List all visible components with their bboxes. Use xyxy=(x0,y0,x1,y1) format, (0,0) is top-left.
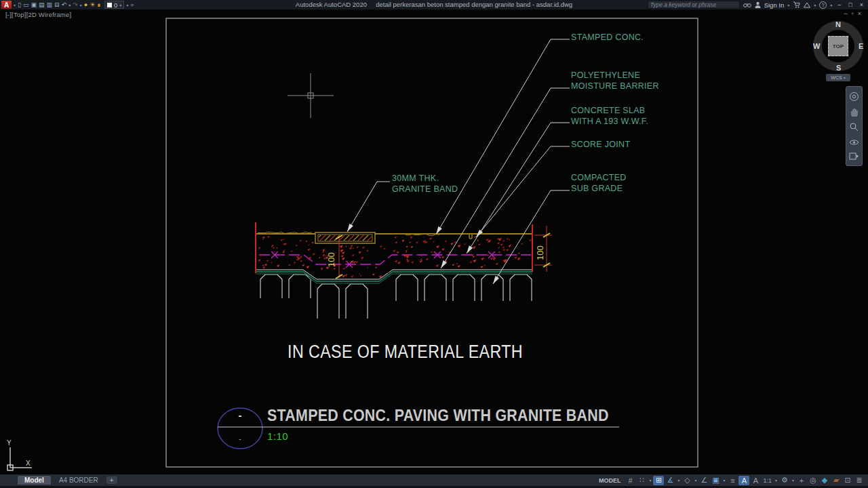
isodraft-caret-icon[interactable]: ▾ xyxy=(693,478,698,483)
dynamic-input-icon[interactable]: ⊞ xyxy=(653,476,664,485)
snap-caret-icon[interactable]: ▾ xyxy=(648,478,652,483)
redo-icon[interactable]: ↷ xyxy=(73,1,78,9)
undo-caret-icon[interactable]: ▾ xyxy=(68,3,71,7)
lineweight-icon[interactable]: ≡ xyxy=(727,476,738,485)
dimension-100-right: 100 xyxy=(535,245,545,260)
save-icon[interactable]: ▣ xyxy=(31,1,37,9)
autoscale-icon[interactable]: A xyxy=(750,476,761,485)
plot-icon[interactable]: ⊟ xyxy=(54,1,60,9)
ucs-y-label: Y xyxy=(7,439,12,447)
viewcube-west[interactable]: W xyxy=(813,42,820,50)
drawing-canvas[interactable]: [-][Top][2D Wireframe] – ▫ × 100 100 Y X xyxy=(0,9,868,474)
tab-model[interactable]: Model xyxy=(18,476,51,485)
layer-dropdown[interactable]: 0 ▾ xyxy=(104,1,124,9)
detail-number: - xyxy=(231,409,249,421)
model-space-button[interactable]: MODEL xyxy=(599,477,621,484)
detail-title: STAMPED CONC. PAVING WITH GRANITE BAND xyxy=(267,407,609,425)
tab-a4-border[interactable]: A4 BORDER xyxy=(52,476,105,485)
material-note: IN CASE OF MATERIAL EARTH xyxy=(288,342,523,363)
help-caret-icon[interactable]: ▾ xyxy=(830,3,832,7)
orbit-icon[interactable] xyxy=(849,138,859,147)
detail-scale: 1:10 xyxy=(267,430,288,442)
document-title: detail perkerasan beton stamped dengan g… xyxy=(376,1,572,8)
maximize-button[interactable]: □ xyxy=(846,1,854,8)
polar-tracking-icon[interactable]: ∡ xyxy=(665,476,675,485)
viewcube[interactable]: N W E S TOP xyxy=(811,19,865,73)
callout-compacted-subgrade: COMPACTEDSUB GRADE xyxy=(571,172,627,194)
workspace-icon[interactable]: = xyxy=(130,1,134,9)
workspace-gear-icon[interactable]: ⚙ xyxy=(779,476,790,485)
viewcube-north[interactable]: N xyxy=(835,20,841,28)
help-icon[interactable]: ? xyxy=(819,1,827,9)
workspace-caret-icon[interactable]: ▾ xyxy=(791,478,795,483)
callout-polyethylene: POLYETHYLENEMOISTURE BARRIER xyxy=(571,70,659,92)
search-input[interactable] xyxy=(648,1,740,9)
autodesk-app-icon[interactable] xyxy=(804,2,810,8)
grid-display-icon[interactable]: # xyxy=(625,476,635,485)
ucs-icon: Y X xyxy=(7,439,32,470)
export-icon[interactable]: ▥ xyxy=(47,1,53,9)
app-store-cart-icon[interactable] xyxy=(793,1,800,8)
viewcube-south[interactable]: S xyxy=(836,64,841,72)
callout-stamped-conc: STAMPED CONC. xyxy=(571,32,644,43)
cad-drawing-svg: 100 100 Y X xyxy=(0,9,868,474)
lock-icon[interactable]: ∎ xyxy=(97,1,101,9)
save-as-icon[interactable]: ▤ xyxy=(39,1,45,9)
annotation-visibility-icon[interactable]: A xyxy=(738,476,749,485)
search-binoculars-icon[interactable] xyxy=(743,2,751,8)
layout-tabs: Model A4 BORDER + xyxy=(18,476,117,485)
show-motion-icon[interactable] xyxy=(849,152,859,161)
undo-icon[interactable]: ↶ xyxy=(62,1,67,9)
full-navigation-wheel-icon[interactable] xyxy=(849,92,859,102)
layer-color-swatch xyxy=(107,3,112,7)
callout-score-joint: SCORE JOINT xyxy=(571,139,630,150)
user-icon xyxy=(755,1,761,8)
isolate-objects-icon[interactable]: ◎ xyxy=(808,476,818,485)
status-toggles: MODEL # ∷ ▾ ⊞ ∡ ▾ ◇ ▾ ∠ ▣ ▾ ≡ A A 1:1 ▾ … xyxy=(599,476,868,485)
layer-value: 0 xyxy=(114,1,117,9)
wcs-caret-icon: ▾ xyxy=(844,75,846,80)
app-caret-icon[interactable]: ▾ xyxy=(814,3,816,7)
sign-in-caret-icon[interactable]: ▾ xyxy=(787,3,789,7)
annotation-scale-caret-icon[interactable]: ▾ xyxy=(774,478,778,483)
clean-screen-icon[interactable]: ⊡ xyxy=(842,476,853,485)
viewcube-east[interactable]: E xyxy=(859,42,863,50)
title-bar: A ▾ ▯ ▭ ▣ ▤ ▥ ⊟ ↶ ▾ ↷ ▾ ● ☀ ∎ 0 ▾ ▾ = Au… xyxy=(0,0,868,9)
isometric-drafting-icon[interactable]: ◇ xyxy=(682,476,692,485)
zoom-icon[interactable] xyxy=(849,122,859,132)
open-file-icon[interactable]: ▭ xyxy=(23,1,29,9)
new-layout-button[interactable]: + xyxy=(106,476,117,484)
polar-caret-icon[interactable]: ▾ xyxy=(676,478,681,483)
object-snap-icon[interactable]: ▣ xyxy=(710,476,721,485)
wcs-dropdown[interactable]: WCS ▾ xyxy=(826,74,850,81)
snap-mode-icon[interactable]: ∷ xyxy=(636,476,647,485)
ucs-x-label: X xyxy=(26,460,31,467)
customization-menu-icon[interactable]: ≣ xyxy=(854,476,865,485)
new-file-icon[interactable]: ▯ xyxy=(18,1,21,9)
pan-hand-icon[interactable] xyxy=(850,106,859,117)
sign-in-button[interactable]: Sign In xyxy=(764,1,785,9)
dimension-100-middle: 100 xyxy=(326,252,336,267)
callout-granite-band: 30MM THK.GRANITE BAND xyxy=(392,173,458,195)
bulb-icon[interactable]: ● xyxy=(84,1,87,9)
graphics-performance-icon[interactable]: ◆ xyxy=(819,476,830,485)
hardware-acceleration-icon[interactable]: ▰ xyxy=(831,476,842,485)
app-title: Autodesk AutoCAD 2020 xyxy=(296,1,367,8)
annotation-monitor-plus-icon[interactable]: + xyxy=(796,476,807,485)
close-button[interactable]: × xyxy=(858,1,865,8)
quick-access-toolbar: A ▾ ▯ ▭ ▣ ▤ ▥ ⊟ ↶ ▾ ↷ ▾ ● ☀ ∎ 0 ▾ ▾ = xyxy=(0,1,134,9)
object-snap-tracking-icon[interactable]: ∠ xyxy=(698,476,709,485)
status-bar: Model A4 BORDER + MODEL # ∷ ▾ ⊞ ∡ ▾ ◇ ▾ … xyxy=(0,474,868,486)
sun-icon[interactable]: ☀ xyxy=(90,1,95,9)
annotation-scale-value[interactable]: 1:1 xyxy=(762,477,773,484)
autocad-window: { "titlebar": { "app_title": "Autodesk A… xyxy=(0,0,868,488)
callout-concrete-slab: CONCRETE SLABWITH A 193 W.W.F. xyxy=(571,105,648,127)
redo-caret-icon[interactable]: ▾ xyxy=(80,3,82,7)
minimize-button[interactable]: – xyxy=(835,1,843,8)
logo-menu-caret-icon[interactable]: ▾ xyxy=(14,3,16,7)
qat-customize-caret-icon[interactable]: ▾ xyxy=(126,3,128,7)
viewcube-top-face[interactable]: TOP xyxy=(828,36,848,56)
titlebar-right: Sign In ▾ ▾ ? ▾ – □ × xyxy=(648,1,868,9)
osnap-caret-icon[interactable]: ▾ xyxy=(722,478,726,483)
autocad-logo-icon[interactable]: A xyxy=(1,1,12,9)
